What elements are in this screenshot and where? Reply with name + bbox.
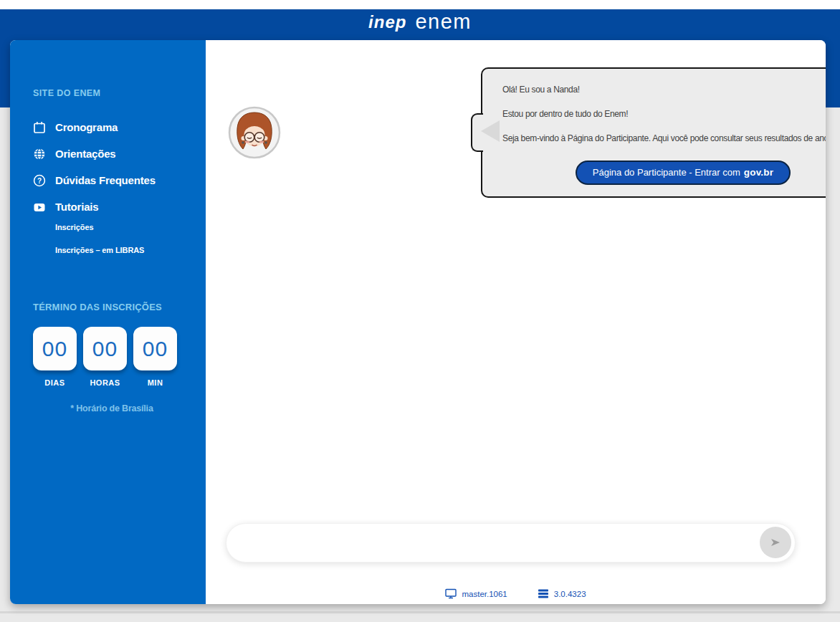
chat-input[interactable]: [226, 523, 796, 563]
version-label: 3.0.4323: [554, 590, 586, 598]
question-circle-icon: ?: [33, 174, 46, 187]
sidebar-item-label: Orientações: [55, 148, 116, 160]
globe-icon: [33, 148, 46, 161]
svg-text:?: ?: [37, 176, 42, 184]
countdown-value-days: 00: [33, 327, 77, 370]
inep-logo: inep: [368, 12, 406, 32]
sidebar-section-label: SITE DO ENEM: [33, 88, 100, 98]
countdown-value-min: 00: [133, 327, 177, 370]
sidebar-subitem-label: Inscrições – em LIBRAS: [55, 246, 144, 254]
sidebar-subitem-inscricoes-libras[interactable]: Inscrições – em LIBRAS: [55, 239, 144, 262]
chat-area: Olá! Eu sou a Nanda! Estou por dentro de…: [206, 40, 826, 604]
version-info: 3.0.4323: [538, 588, 586, 599]
sidebar-item-orientacoes[interactable]: Orientações: [33, 140, 156, 167]
countdown-unit-min: 00 MIN: [133, 327, 177, 387]
sidebar-item-cronograma[interactable]: Cronograma: [33, 114, 156, 140]
build-label: master.1061: [462, 590, 507, 598]
send-arrow-icon: [768, 535, 783, 550]
countdown-title: TÉRMINO DAS INSCRIÇÕES: [33, 302, 191, 312]
sidebar-submenu: Inscrições Inscrições – em LIBRAS: [55, 216, 144, 262]
enem-logo: enem: [415, 10, 472, 34]
login-button-text: Página do Participante - Entrar com: [593, 167, 740, 178]
sidebar-item-label: Cronograma: [55, 121, 118, 133]
sidebar: SITE DO ENEM Cronograma Orientações ? Dú…: [10, 40, 206, 604]
send-button[interactable]: [760, 527, 791, 558]
countdown: TÉRMINO DAS INSCRIÇÕES 00 DIAS 00 HORAS …: [33, 302, 191, 413]
govbr-label: gov.br: [744, 167, 773, 178]
countdown-unit-days: 00 DIAS: [33, 327, 77, 387]
chatbot-window: SITE DO ENEM Cronograma Orientações ? Dú…: [10, 40, 826, 604]
page-bottom-strip: [0, 611, 840, 613]
countdown-value-hours: 00: [83, 327, 127, 370]
countdown-boxes: 00 DIAS 00 HORAS 00 MIN: [33, 327, 191, 387]
header-logo: inep enem: [0, 9, 840, 34]
calendar-icon: [33, 121, 46, 134]
server-icon: [538, 588, 549, 599]
sidebar-item-duvidas[interactable]: ? Dúvidas Frequentes: [33, 167, 156, 193]
sidebar-item-label: Dúvidas Frequentes: [55, 174, 156, 186]
chat-input-row: [226, 523, 796, 563]
sidebar-subitem-label: Inscrições: [55, 223, 93, 231]
chat-footer: master.1061 3.0.4323: [206, 588, 826, 599]
sidebar-subitem-inscricoes[interactable]: Inscrições: [55, 216, 144, 239]
countdown-label-days: DIAS: [44, 378, 65, 387]
sidebar-menu: Cronograma Orientações ? Dúvidas Frequen…: [33, 114, 156, 220]
countdown-unit-hours: 00 HORAS: [83, 327, 127, 387]
bot-message: Estou por dentro de tudo do Enem!: [502, 109, 826, 119]
bot-message: Seja bem-vindo à Página do Participante.…: [502, 133, 826, 143]
countdown-label-min: MIN: [148, 378, 163, 387]
monitor-icon: [445, 588, 457, 599]
brasilia-time-note: * Horário de Brasília: [33, 403, 191, 413]
youtube-icon: [33, 201, 46, 214]
bot-message: Olá! Eu sou a Nanda!: [502, 85, 826, 95]
nanda-avatar: [228, 106, 281, 159]
participant-page-login-button[interactable]: Página do Participante - Entrar com gov.…: [576, 161, 791, 185]
page-top-strip: [0, 0, 840, 9]
sidebar-item-label: Tutoriais: [55, 201, 98, 213]
build-info: master.1061: [445, 588, 507, 599]
chat-bubble: Olá! Eu sou a Nanda! Estou por dentro de…: [481, 67, 826, 198]
countdown-label-hours: HORAS: [90, 378, 120, 387]
bubble-button-row: Página do Participante - Entrar com gov.…: [502, 161, 826, 185]
bubble-tail-arrow-icon: [481, 120, 500, 142]
